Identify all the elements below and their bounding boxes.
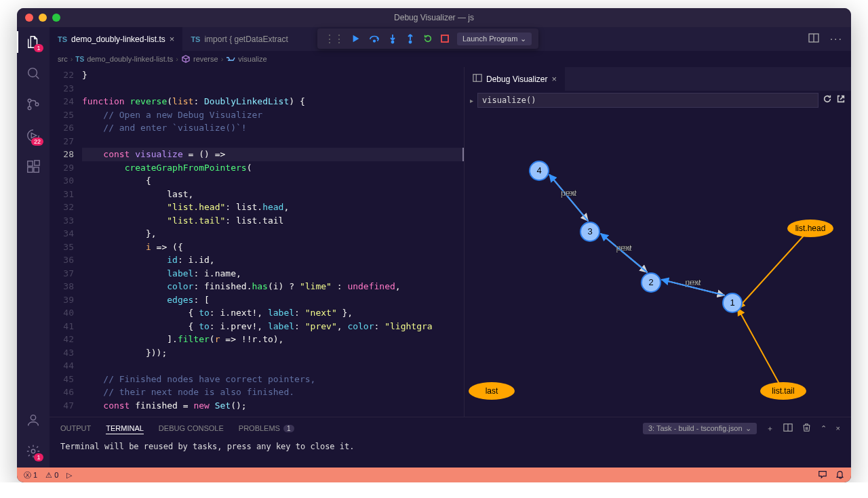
svg-text:4: 4 — [536, 165, 541, 175]
minimize-window[interactable] — [39, 14, 47, 22]
close-window[interactable] — [25, 14, 33, 22]
panel-tab-terminal[interactable]: TERMINAL — [106, 424, 144, 434]
feedback-icon[interactable] — [818, 470, 827, 480]
breadcrumb[interactable]: src› TS demo_doubly-linked-list.ts› reve… — [50, 51, 851, 67]
expand-icon[interactable]: ▸ — [470, 97, 473, 104]
drag-handle-icon[interactable]: ⋮⋮ — [324, 33, 343, 45]
close-icon[interactable]: × — [170, 34, 175, 44]
status-errors[interactable]: ⓧ 1 — [24, 470, 37, 480]
search-icon[interactable] — [25, 65, 41, 81]
typescript-icon: TS — [58, 35, 67, 43]
svg-rect-13 — [441, 35, 448, 42]
code-editor: 2223242526272829303132333435363738394041… — [50, 67, 465, 417]
terminal-select[interactable]: 3: Task - build - tsconfig.json ⌄ — [643, 423, 757, 434]
split-terminal-icon[interactable] — [783, 423, 793, 434]
debug-icon[interactable]: 22 — [25, 127, 41, 144]
svg-text:3: 3 — [587, 226, 592, 236]
refresh-icon[interactable] — [823, 94, 832, 106]
panel-tab-problems[interactable]: PROBLEMS1 — [239, 424, 294, 432]
step-into-icon[interactable] — [388, 34, 397, 43]
svg-point-0 — [28, 68, 37, 77]
svg-point-8 — [31, 415, 35, 420]
svg-point-1 — [28, 99, 31, 102]
svg-text:list.head: list.head — [795, 224, 826, 233]
line-number-gutter: 2223242526272829303132333435363738394041… — [50, 67, 82, 417]
step-over-icon[interactable] — [369, 34, 380, 43]
svg-line-31 — [738, 308, 783, 391]
step-out-icon[interactable] — [406, 34, 415, 43]
stop-icon[interactable] — [441, 35, 449, 43]
svg-rect-6 — [34, 167, 39, 172]
debug-visualizer-pane: Debug Visualizer × ▸ prevnextprevnextpre… — [465, 67, 851, 417]
chevron-down-icon: ⌄ — [745, 424, 751, 433]
window-controls — [17, 14, 60, 22]
bottom-panel: OUTPUT TERMINAL DEBUG CONSOLE PROBLEMS1 … — [50, 417, 851, 468]
svg-text:list.tail: list.tail — [772, 386, 794, 396]
popout-icon[interactable] — [836, 94, 846, 106]
close-icon[interactable]: × — [552, 74, 557, 84]
extensions-icon[interactable] — [25, 159, 41, 175]
split-editor-icon[interactable] — [808, 33, 819, 46]
terminal-body[interactable]: Terminal will be reused by tasks, press … — [50, 439, 851, 468]
panel-tab-debug-console[interactable]: DEBUG CONSOLE — [159, 424, 224, 432]
svg-point-3 — [35, 103, 39, 106]
continue-icon[interactable] — [351, 34, 361, 43]
svg-text:last: last — [486, 386, 498, 396]
account-icon[interactable] — [25, 412, 41, 428]
launch-config-select[interactable]: Launch Program ⌄ — [457, 33, 532, 45]
svg-rect-4 — [28, 161, 33, 166]
variable-icon — [226, 54, 235, 64]
explorer-icon[interactable]: 1 — [25, 34, 41, 50]
status-bar: ⓧ 1 ⚠ 0 ▷ — [17, 468, 851, 482]
code-content: } function reverse(list: DoublyLinkedLis… — [82, 67, 464, 417]
svg-text:1: 1 — [730, 297, 734, 308]
maximize-panel-icon[interactable]: ⌃ — [821, 424, 827, 433]
svg-point-2 — [28, 106, 31, 110]
kill-terminal-icon[interactable] — [802, 423, 811, 434]
typescript-icon: TS — [191, 35, 200, 43]
tab-debug-visualizer[interactable]: Debug Visualizer × — [465, 67, 565, 91]
editor-tabs: TS demo_doubly-linked-list.ts × TS impor… — [50, 27, 851, 51]
more-actions-icon[interactable]: ··· — [830, 33, 843, 45]
svg-point-10 — [374, 40, 376, 42]
graph-canvas[interactable]: prevnextprevnextprevnextlist.headlist.ta… — [465, 110, 851, 417]
svg-text:2: 2 — [648, 277, 653, 287]
svg-rect-15 — [473, 75, 481, 82]
chevron-down-icon: ⌄ — [520, 35, 526, 43]
window-title: Debug Visualizer — js — [394, 13, 474, 22]
new-terminal-icon[interactable]: ＋ — [766, 423, 774, 434]
maximize-window[interactable] — [52, 14, 60, 22]
svg-text:next: next — [686, 278, 701, 287]
activity-bar: 1 22 1 — [17, 27, 50, 468]
restart-icon[interactable] — [423, 34, 433, 43]
close-panel-icon[interactable]: × — [836, 424, 840, 432]
panel-tab-output[interactable]: OUTPUT — [60, 424, 91, 432]
svg-point-11 — [392, 41, 394, 43]
bell-icon[interactable] — [835, 470, 844, 480]
preview-icon — [473, 73, 482, 85]
visualizer-expression-input[interactable] — [477, 93, 818, 108]
svg-line-28 — [738, 228, 810, 308]
svg-rect-7 — [35, 161, 39, 165]
svg-rect-5 — [28, 167, 33, 172]
svg-point-12 — [410, 41, 412, 43]
svg-point-9 — [31, 449, 35, 453]
vscode-window: Debug Visualizer — js 1 22 — [17, 8, 851, 482]
status-warnings[interactable]: ⚠ 0 — [45, 471, 58, 480]
settings-gear-icon[interactable]: 1 — [25, 443, 41, 459]
status-run-icon[interactable]: ▷ — [66, 471, 72, 480]
titlebar: Debug Visualizer — js — [17, 8, 851, 27]
debug-toolbar: ⋮⋮ Launch Program ⌄ — [317, 28, 538, 49]
svg-text:next: next — [616, 243, 632, 253]
tab-demo-file[interactable]: TS demo_doubly-linked-list.ts × — [50, 27, 182, 51]
source-control-icon[interactable] — [25, 96, 41, 112]
tab-import-file[interactable]: TS import { getDataExtract — [182, 27, 296, 51]
svg-text:next: next — [561, 188, 576, 198]
method-icon — [181, 54, 191, 64]
